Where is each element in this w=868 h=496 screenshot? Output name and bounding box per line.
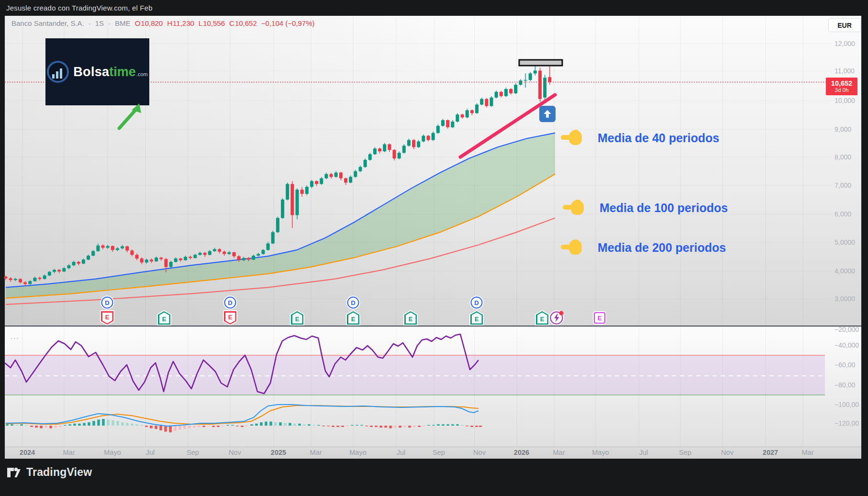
earnings-badge-green[interactable]: E <box>469 310 484 326</box>
price-scale-label: 4,0000 <box>835 267 855 275</box>
currency-button[interactable]: EUR <box>828 18 861 32</box>
tradingview-logo-icon <box>7 465 21 479</box>
price-scale-label: 11,000 <box>835 67 855 75</box>
time-scale-label: Mar <box>553 449 565 456</box>
time-scale-label: 2027 <box>763 449 778 456</box>
earnings-badge-green[interactable]: E <box>290 310 304 326</box>
annotation-ma40[interactable]: Media de 40 periodos <box>561 128 719 147</box>
tradingview-snapshot: { "header": {"title": "Jesusle creado co… <box>0 0 868 496</box>
close-label: C <box>229 19 234 27</box>
price-scale-label: −20,000 <box>835 326 859 333</box>
pointing-left-hand-icon <box>561 238 583 257</box>
snapshot-title: Jesusle creado con TradingView.com, el F… <box>6 4 153 12</box>
symbol-info-bar[interactable]: Banco Santander, S.A. · 1S · BME O10,820… <box>11 19 315 27</box>
open-value: 10,820 <box>141 19 163 27</box>
annotation-ma200[interactable]: Media de 200 periodos <box>561 238 726 257</box>
time-scale-label: 2024 <box>20 449 35 456</box>
time-scale-label: Nov <box>721 449 734 456</box>
time-scale-label: Jul <box>397 449 406 456</box>
time-scale-label: Mayo <box>349 449 366 456</box>
earnings-badge-green[interactable]: E <box>535 310 549 326</box>
time-scale-label: Nov <box>229 449 241 456</box>
bolsatime-logo: Bolsatime.com <box>45 38 149 105</box>
price-scale-label: 6,000 <box>835 210 851 218</box>
low-value: 10,556 <box>203 19 225 27</box>
high-label: H <box>167 19 172 27</box>
annotation-ma100[interactable]: Media de 100 periodos <box>563 198 728 217</box>
annotation-ma40-text: Media de 40 periodos <box>598 131 719 145</box>
price-scale-label: −60,00 <box>835 361 855 369</box>
high-value: 11,230 <box>173 19 194 27</box>
price-scale-label: −80,00 <box>835 381 855 389</box>
flash-event-badge[interactable] <box>550 312 563 325</box>
earnings-badge-red[interactable]: E <box>100 310 114 326</box>
price-scale-label: −40,000 <box>835 341 859 349</box>
indicator-pane[interactable] <box>5 326 861 447</box>
price-scale-label: 9,000 <box>835 125 851 133</box>
time-scale-label: 2025 <box>271 449 286 456</box>
earnings-badge-green[interactable]: E <box>346 310 360 326</box>
lightning-icon <box>553 314 560 322</box>
pointing-left-hand-icon <box>563 198 585 217</box>
tradingview-wordmark: TradingView <box>26 466 92 479</box>
up-arrow-icon <box>542 108 553 120</box>
earnings-badge-green[interactable]: E <box>157 310 171 326</box>
last-price: 10,652 <box>831 79 852 88</box>
earnings-badge-red[interactable]: E <box>223 310 237 326</box>
dividend-badge[interactable]: D <box>347 297 359 309</box>
price-scale-label: 5,0000 <box>835 238 855 246</box>
time-scale-label: Mar <box>63 449 75 456</box>
time-scale-label: Mar <box>802 449 814 456</box>
symbol-name[interactable]: Banco Santander, S.A. <box>11 19 84 27</box>
price-scale-label: 8,000 <box>835 153 851 161</box>
time-scale-label: Jul <box>146 449 155 456</box>
time-scale-label: 2026 <box>514 449 529 456</box>
future-earnings-badge[interactable]: E <box>594 312 605 324</box>
bolsatime-wordmark: Bolsatime.com <box>73 65 147 79</box>
time-scale-label: Sep <box>679 449 691 456</box>
bar-countdown: 3d 0h <box>835 87 849 93</box>
price-scale-label: 10,000 <box>835 97 855 104</box>
time-scale-label: Nov <box>473 449 486 456</box>
time-scale-label: Sep <box>187 449 199 456</box>
growth-arrow-icon <box>116 101 148 131</box>
bolsatime-clock-icon <box>47 61 69 83</box>
price-scale-label: −120,00 <box>835 419 859 427</box>
pane-menu-dots[interactable]: ... <box>11 332 20 340</box>
tradingview-attribution[interactable]: TradingView <box>7 465 92 479</box>
time-scale-label: Mar <box>310 449 322 456</box>
dividend-badge[interactable]: D <box>224 297 236 309</box>
price-scale-label: 7,000 <box>835 181 851 189</box>
dividend-badge[interactable]: D <box>471 297 483 309</box>
separator-dot: · <box>108 19 111 27</box>
separator-dot: · <box>89 19 91 27</box>
exchange-label: BME <box>115 19 131 27</box>
price-scale-label: −100,00 <box>835 401 859 408</box>
dividend-badge[interactable]: D <box>101 297 113 309</box>
close-value: 10,652 <box>235 19 257 27</box>
time-scale-label: Sep <box>433 449 445 456</box>
price-scale-label: 3,0000 <box>835 295 855 303</box>
annotation-ma200-text: Media de 200 periodos <box>598 241 726 255</box>
time-scale-label: Mayo <box>104 449 121 456</box>
interval-label[interactable]: 1S <box>95 19 104 27</box>
earnings-badge-green[interactable]: E <box>403 310 418 326</box>
last-price-badge: 10,652 3d 0h <box>826 78 857 95</box>
up-arrow-drawing[interactable] <box>539 106 556 122</box>
price-scale-label: 12,000 <box>835 40 855 47</box>
time-scale-label: Jul <box>639 449 648 456</box>
open-label: O <box>135 19 141 27</box>
annotation-ma100-text: Media de 100 periodos <box>600 201 728 215</box>
low-label: L <box>199 19 202 27</box>
pointing-left-hand-icon <box>561 128 583 147</box>
change-value: −0,104 (−0,97%) <box>261 19 315 27</box>
time-scale-label: Mayo <box>592 449 609 456</box>
